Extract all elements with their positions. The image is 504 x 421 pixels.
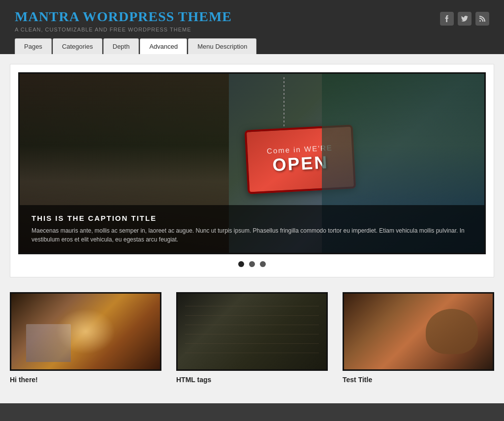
caption-text: Maecenas mauris ante, mollis ac semper i… xyxy=(32,226,472,244)
social-icons xyxy=(440,12,489,26)
twitter-icon[interactable] xyxy=(458,12,472,26)
slider-caption: This is the Caption Title Maecenas mauri… xyxy=(20,205,484,253)
slider-dots xyxy=(18,254,486,269)
main-content: Come in WE'RE OPEN This is the Caption T… xyxy=(0,54,504,403)
site-branding: Mantra WordPress Theme A Clean, Customiz… xyxy=(15,9,232,32)
thumb-image-2 xyxy=(178,294,326,369)
post-thumb-1[interactable] xyxy=(10,292,161,371)
post-title-1[interactable]: Hi there! xyxy=(10,376,161,384)
slider-dot-1[interactable] xyxy=(238,261,244,267)
tab-categories[interactable]: Categories xyxy=(53,38,102,54)
slider-dot-2[interactable] xyxy=(249,261,255,267)
site-header: Mantra WordPress Theme A Clean, Customiz… xyxy=(0,0,504,54)
navigation-tabs: Pages Categories Depth Advanced Menu Des… xyxy=(15,38,489,54)
image-slider[interactable]: Come in WE'RE OPEN This is the Caption T… xyxy=(18,72,486,254)
slider-dot-3[interactable] xyxy=(260,261,266,267)
caption-title: This is the Caption Title xyxy=(32,214,472,222)
post-title-3[interactable]: Test Title xyxy=(343,376,494,384)
post-card-1: Hi there! xyxy=(10,292,161,384)
slider-container: Come in WE'RE OPEN This is the Caption T… xyxy=(10,64,494,277)
post-thumb-2[interactable] xyxy=(176,292,328,371)
post-thumb-3[interactable] xyxy=(343,292,494,371)
chain-decoration xyxy=(284,77,284,127)
site-title: Mantra WordPress Theme xyxy=(15,9,232,25)
header-top: Mantra WordPress Theme A Clean, Customiz… xyxy=(15,9,489,32)
thumb-image-3 xyxy=(344,294,493,369)
svg-point-0 xyxy=(479,20,481,22)
post-card-2: HTML tags xyxy=(176,292,328,384)
thumb-image-1 xyxy=(11,294,160,369)
tab-depth[interactable]: Depth xyxy=(103,38,139,54)
post-card-3: Test Title xyxy=(343,292,494,384)
tab-menu-description[interactable]: Menu Description xyxy=(188,38,256,54)
facebook-icon[interactable] xyxy=(440,12,454,26)
rss-icon[interactable] xyxy=(475,12,489,26)
tab-advanced[interactable]: Advanced xyxy=(140,38,187,54)
tab-pages[interactable]: Pages xyxy=(15,38,52,54)
site-tagline: A Clean, Customizable and Free WordPress… xyxy=(15,27,232,32)
post-title-2[interactable]: HTML tags xyxy=(176,376,328,384)
open-sign: Come in WE'RE OPEN xyxy=(244,125,356,194)
sign-open: OPEN xyxy=(272,152,329,176)
post-grid: Hi there! HTML tags Test Title xyxy=(10,287,494,389)
